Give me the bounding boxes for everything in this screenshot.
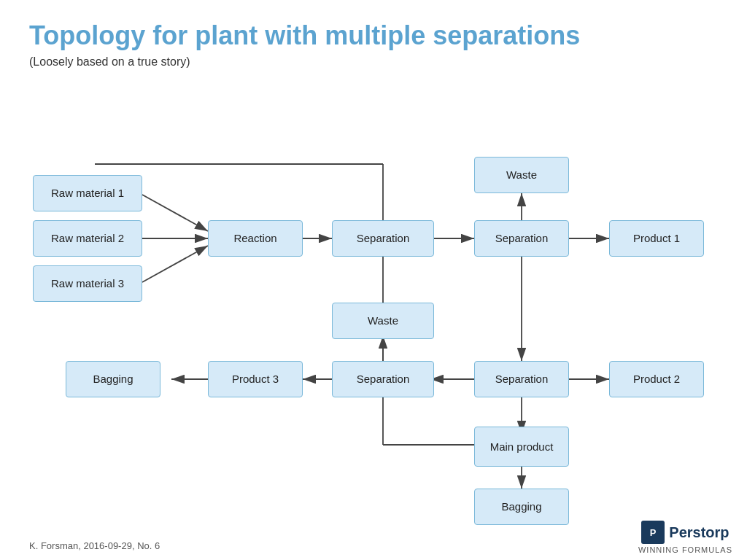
logo-tagline: WINNING FORMULAS [638, 545, 732, 554]
svg-text:P: P [650, 527, 657, 538]
product-3-box: Product 3 [208, 361, 303, 397]
waste-2-box: Waste [332, 303, 434, 339]
footer-text: K. Forsman, 2016-09-29, No. 6 [29, 540, 160, 551]
separation-3-box: Separation [474, 361, 569, 397]
waste-1-box: Waste [474, 157, 569, 193]
logo-icon: P [641, 521, 665, 544]
diagram-area: Raw material 1 Raw material 2 Raw materi… [0, 88, 747, 540]
reaction-box: Reaction [208, 220, 303, 257]
raw-material-3-box: Raw material 3 [33, 265, 142, 302]
raw-material-2-box: Raw material 2 [33, 220, 142, 257]
bagging-1-box: Bagging [66, 361, 160, 397]
separation-1-box: Separation [332, 220, 434, 257]
subtitle: (Loosely based on a true story) [0, 55, 747, 76]
svg-line-4 [142, 246, 208, 282]
product-2-box: Product 2 [609, 361, 704, 397]
separation-4-box: Separation [332, 361, 434, 397]
page-title: Topology for plant with multiple separat… [0, 0, 747, 55]
main-product-box: Main product [474, 427, 569, 467]
bagging-2-box: Bagging [474, 489, 569, 525]
logo-box: P Perstorp [641, 521, 729, 544]
logo-name: Perstorp [669, 524, 729, 541]
svg-line-2 [142, 195, 208, 231]
raw-material-1-box: Raw material 1 [33, 175, 142, 211]
logo-area: P Perstorp WINNING FORMULAS [638, 521, 732, 554]
product-1-box: Product 1 [609, 220, 704, 257]
separation-2-box: Separation [474, 220, 569, 257]
